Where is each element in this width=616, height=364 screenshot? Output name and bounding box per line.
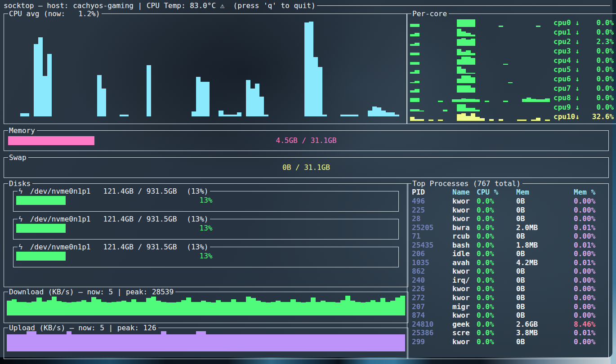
chart-bar — [136, 302, 141, 315]
chart-bar — [251, 334, 256, 351]
chart-bar — [246, 334, 251, 351]
process-cell: 0.0% — [477, 320, 516, 329]
chart-bar — [141, 302, 146, 315]
top-processes-title: Top Processes (767 total) — [411, 181, 522, 186]
chart-bar — [231, 334, 236, 351]
disks-panel: Disks ϟ/dev/nvme0n1p1121.4GB / 931.5GB(1… — [4, 181, 408, 287]
chart-bar — [126, 302, 131, 315]
chart-bar — [415, 109, 419, 111]
upload-title: Upload (KB/s) — now: 5 | peak: 126 — [8, 325, 158, 331]
process-cell: irq/ — [452, 276, 477, 285]
chart-bar — [503, 64, 508, 65]
chart-bar — [201, 331, 206, 351]
chart-bar — [311, 297, 316, 315]
disk-entry-title: ϟ/dev/nvme0n1p1121.4GB / 931.5GB(13%) — [18, 188, 210, 194]
chart-bar — [466, 116, 470, 121]
process-cell: 0.00% — [574, 284, 607, 293]
chart-bar — [112, 334, 116, 351]
chart-bar — [330, 334, 335, 351]
chart-bar — [461, 31, 466, 36]
chart-bar — [471, 19, 475, 27]
process-cell: kwor — [452, 311, 477, 320]
chart-bar — [186, 334, 191, 351]
chart-bar — [290, 299, 295, 315]
chart-bar — [101, 302, 106, 315]
process-cell: 0.0% — [477, 241, 516, 250]
chart-bar — [400, 296, 405, 315]
process-cell: 240 — [412, 276, 452, 285]
process-cell: 207 — [412, 302, 452, 311]
per-core-rows: cpu0 ↓0.0%cpu1 ↓0.0%cpu2 ↓2.3%cpu3 ↓0.0%… — [409, 17, 615, 122]
chart-bar — [326, 334, 330, 351]
chart-bar — [466, 99, 470, 102]
chart-bar — [471, 88, 475, 93]
chart-bar — [415, 81, 419, 84]
chart-bar — [457, 114, 461, 121]
process-cell: 0.0% — [477, 223, 516, 232]
chart-bar — [475, 99, 480, 102]
chart-bar — [390, 301, 395, 315]
process-row: 25435bash0.0%1.8MB0.01% — [409, 241, 607, 250]
process-cell: kwor — [452, 293, 477, 302]
chart-bar — [410, 109, 415, 111]
chart-bar — [237, 112, 241, 116]
core-label: cpu0 ↓0.0% — [554, 18, 614, 27]
chart-bar — [410, 72, 415, 74]
chart-bar — [415, 119, 419, 121]
chart-bar — [206, 302, 211, 315]
chart-bar — [410, 34, 415, 36]
process-cell: 0.0% — [477, 232, 516, 241]
chart-bar — [415, 89, 419, 93]
chart-bar — [62, 334, 67, 351]
chart-bar — [385, 302, 390, 315]
terminal-window[interactable]: socktop — host: cachyos-gaming | CPU Tem… — [0, 0, 612, 357]
chart-bar — [161, 331, 166, 351]
process-row: 272kwor0.0%0B0.00% — [409, 293, 607, 302]
chart-bar — [221, 302, 226, 315]
process-cell: 0.0% — [477, 293, 516, 302]
chart-bar — [340, 334, 345, 351]
chart-bar — [146, 334, 151, 351]
chart-bar — [67, 302, 71, 315]
process-cell: kwor — [452, 197, 477, 206]
process-cell: scre — [452, 328, 477, 337]
disk-gauge-label: 13% — [200, 252, 213, 261]
chart-bar — [461, 38, 466, 46]
core-label: cpu3 ↓0.0% — [554, 47, 614, 55]
chart-bar — [261, 302, 266, 315]
disk-gauge: 13% — [16, 224, 396, 233]
process-row: 25205bwra0.0%2.0MB0.01% — [409, 223, 607, 232]
core-row: cpu0 ↓0.0% — [410, 18, 614, 27]
chart-bar — [354, 115, 358, 116]
chart-bar — [151, 297, 156, 315]
chart-bar — [196, 77, 201, 116]
cpu-avg-panel: CPU avg (now: 1.2%) — [4, 11, 407, 124]
chart-bar — [57, 334, 62, 351]
process-cell: 272 — [412, 293, 452, 302]
chart-bar — [466, 85, 470, 93]
chart-bar — [201, 82, 205, 116]
chart-bar — [156, 334, 161, 351]
process-cell: 0.0% — [477, 337, 516, 346]
chart-bar — [318, 67, 322, 116]
process-cell: 0.0% — [477, 284, 516, 293]
chart-bar — [196, 302, 201, 315]
chart-bar — [499, 119, 503, 121]
chart-bar — [31, 331, 36, 351]
chart-bar — [466, 40, 470, 45]
chart-bar — [461, 104, 466, 111]
chart-bar — [536, 99, 540, 102]
chart-bar — [221, 334, 226, 351]
chart-bar — [112, 302, 116, 315]
titlebar-rule — [317, 5, 610, 6]
disk-gauge-label: 13% — [200, 224, 213, 233]
chart-bar — [471, 73, 475, 74]
chart-bar — [136, 334, 141, 351]
chart-bar — [545, 120, 549, 121]
chart-bar — [386, 112, 390, 116]
process-cell: bwra — [452, 223, 477, 232]
chart-bar — [256, 334, 261, 351]
download-chart — [7, 295, 405, 315]
download-title: Download (KB/s) — now: 5 | peak: 28539 — [8, 289, 175, 295]
chart-bar — [545, 98, 549, 102]
